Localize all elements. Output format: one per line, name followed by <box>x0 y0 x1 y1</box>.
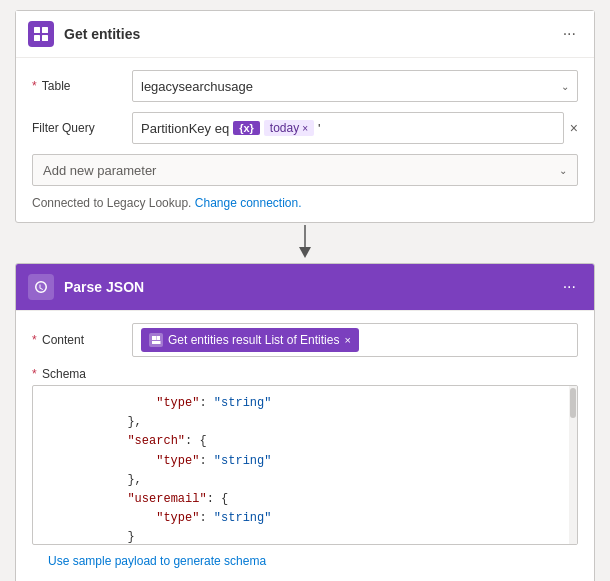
svg-rect-3 <box>42 35 48 41</box>
svg-rect-6 <box>152 336 156 340</box>
expression-token: {x} <box>233 121 260 135</box>
get-entities-card: Get entities ··· * Table legacysearchusa… <box>15 10 595 223</box>
filter-query-input[interactable]: PartitionKey eq {x} today × ' <box>132 112 564 144</box>
add-param-label: Add new parameter <box>43 163 553 178</box>
change-connection-link[interactable]: Change connection. <box>195 196 302 210</box>
filter-query-label: Filter Query <box>32 121 132 135</box>
required-star-2: * <box>32 333 37 347</box>
curly-braces: {x} <box>239 122 254 134</box>
svg-rect-1 <box>42 27 48 33</box>
table-value: legacysearchusage <box>141 79 555 94</box>
entity-icon <box>151 335 161 345</box>
today-token-label: today <box>270 121 299 135</box>
get-entities-icon <box>28 21 54 47</box>
get-entities-menu-button[interactable]: ··· <box>557 24 582 44</box>
svg-rect-7 <box>157 336 161 340</box>
filter-query-row: Filter Query PartitionKey eq {x} today ×… <box>32 112 578 144</box>
schema-label-row: * Schema <box>32 367 578 381</box>
required-star: * <box>32 79 37 93</box>
table-row: * Table legacysearchusage ⌄ <box>32 70 578 102</box>
table-label: * Table <box>32 79 132 93</box>
get-entities-body: * Table legacysearchusage ⌄ Filter Query… <box>16 58 594 222</box>
content-token: Get entities result List of Entities × <box>141 328 359 352</box>
connection-info: Connected to Legacy Lookup. Change conne… <box>32 196 578 210</box>
parse-icon-svg <box>33 279 49 295</box>
svg-rect-0 <box>34 27 40 33</box>
parse-json-card: Parse JSON ··· * Content Get e <box>15 263 595 581</box>
parse-json-icon <box>28 274 54 300</box>
content-token-icon <box>149 333 163 347</box>
parse-json-header: Parse JSON ··· <box>16 264 594 311</box>
add-parameter-row[interactable]: Add new parameter ⌄ <box>32 154 578 186</box>
filter-clear-button[interactable]: × <box>570 120 578 136</box>
parse-json-body: * Content Get entities result List of En… <box>16 311 594 581</box>
get-entities-header: Get entities ··· <box>16 11 594 58</box>
table-input[interactable]: legacysearchusage ⌄ <box>132 70 578 102</box>
required-star-3: * <box>32 367 37 381</box>
schema-scrollbar[interactable] <box>569 386 577 544</box>
add-param-arrow: ⌄ <box>559 165 567 176</box>
schema-content: "type": "string" }, "search": { "type": … <box>33 386 577 545</box>
content-token-label: Get entities result List of Entities <box>168 333 339 347</box>
down-arrow-icon <box>295 225 315 261</box>
schema-box[interactable]: "type": "string" }, "search": { "type": … <box>32 385 578 545</box>
filter-suffix: ' <box>318 121 320 136</box>
content-label: * Content <box>32 333 132 347</box>
svg-marker-5 <box>299 247 311 258</box>
generate-schema-link[interactable]: Use sample payload to generate schema <box>48 554 266 568</box>
arrow-connector <box>15 223 595 263</box>
table-dropdown-arrow[interactable]: ⌄ <box>561 81 569 92</box>
content-row: * Content Get entities result List of En… <box>32 323 578 357</box>
schema-label: * Schema <box>32 367 132 381</box>
today-token: today × <box>264 120 314 136</box>
connection-text: Connected to Legacy Lookup. <box>32 196 191 210</box>
schema-scrollbar-thumb <box>570 388 576 418</box>
parse-json-menu-button[interactable]: ··· <box>557 277 582 297</box>
filter-prefix: PartitionKey eq <box>141 121 229 136</box>
today-token-close[interactable]: × <box>302 123 308 134</box>
get-entities-title: Get entities <box>64 26 557 42</box>
table-icon <box>33 26 49 42</box>
content-token-close[interactable]: × <box>344 334 350 346</box>
svg-rect-2 <box>34 35 40 41</box>
content-input[interactable]: Get entities result List of Entities × <box>132 323 578 357</box>
parse-json-title: Parse JSON <box>64 279 557 295</box>
schema-footer: Use sample payload to generate schema <box>32 545 578 580</box>
svg-rect-8 <box>152 341 161 344</box>
